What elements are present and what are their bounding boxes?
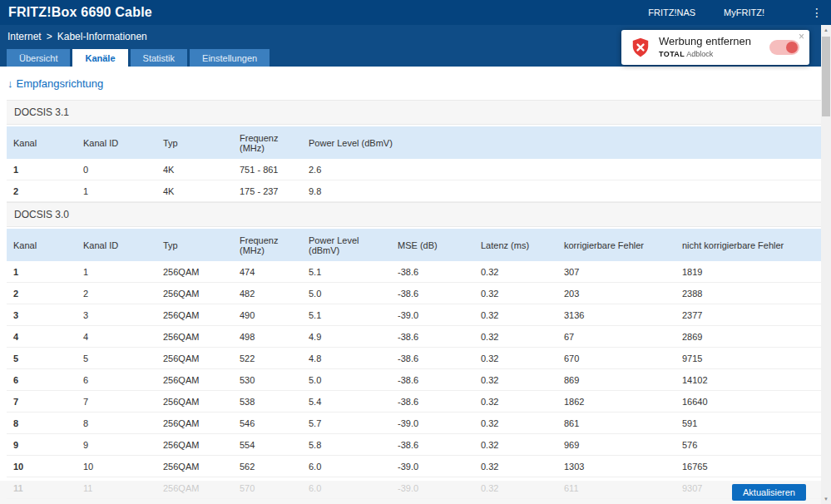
main-content: ↓Empfangsrichtung DOCSIS 3.1 KanalKanal … [0,77,831,504]
table-cell: 861 [557,413,675,434]
column-header: Frequenz (MHz) [233,126,302,159]
table-cell: 256QAM [156,326,233,348]
docsis31-table: KanalKanal IDTypFrequenz (MHz)Power Leve… [7,126,824,202]
table-cell: 474 [233,261,302,283]
table-cell: 482 [233,283,302,304]
table-row: 104K751 - 8612.6 [7,159,824,180]
table-cell: 9715 [675,348,824,369]
table-row: 11256QAM4745.1-38.60.323071819 [7,261,824,283]
adblock-toggle-knob [786,42,798,53]
scroll-up-icon[interactable]: ▲ [821,25,831,35]
scrollbar-thumb[interactable] [822,37,830,116]
table-cell: 0 [77,159,156,180]
table-cell: 9 [7,434,77,456]
table-cell: 5.4 [302,391,391,413]
column-header: Kanal [7,126,77,159]
fritznas-link[interactable]: FRITZ!NAS [648,7,695,17]
table-cell: 1819 [675,261,824,283]
table-cell: 0.32 [474,456,557,477]
table-cell: 3136 [557,304,675,326]
tab-statistik[interactable]: Statistik [131,49,188,67]
empfangsrichtung-link[interactable]: ↓Empfangsrichtung [7,77,824,90]
footer-bar: Aktualisieren [0,481,821,504]
column-header: Power Level (dBmV) [302,126,824,159]
table-cell: 6 [7,369,77,391]
column-header: MSE (dB) [391,229,474,261]
table-cell: 869 [557,369,675,391]
table-cell: 4K [156,180,233,202]
table-cell: 5.1 [302,304,391,326]
table-cell: 256QAM [156,413,233,434]
column-header: Frequenz (MHz) [233,229,302,261]
breadcrumb-internet[interactable]: Internet [7,31,42,42]
breadcrumb-separator: > [47,31,52,42]
table-cell: 538 [233,391,302,413]
table-cell: 175 - 237 [233,180,302,202]
table-cell: 4.9 [302,326,391,348]
table-cell: 498 [233,326,302,348]
adblock-brand-secondary: Adblock [686,50,713,58]
tab-kanaele[interactable]: Kanäle [72,49,127,67]
table-cell: 9 [77,434,156,456]
table-cell: 2 [7,180,77,202]
table-cell: 6 [77,369,156,391]
table-cell: 2869 [675,326,824,348]
table-cell: 2 [7,283,77,304]
table-cell: 4K [156,159,233,180]
table-cell: 5.7 [302,413,391,434]
table-row: 33256QAM4905.1-39.00.3231362377 [7,304,824,326]
myfritz-link[interactable]: MyFRITZ! [724,7,764,17]
adblock-brand-primary: TOTAL [659,50,685,58]
tab-einstellungen[interactable]: Einstellungen [190,49,270,67]
vertical-scrollbar[interactable]: ▲ ▼ [821,25,831,504]
table-cell: 256QAM [156,434,233,456]
table-cell: 1303 [557,456,675,477]
table-cell: 0.32 [474,283,557,304]
table-cell: 5 [77,348,156,369]
adblock-shield-icon [630,37,651,58]
kebab-menu-icon[interactable]: ⋮ [811,7,823,18]
table-cell: 7 [7,391,77,413]
table-row: 22256QAM4825.0-38.60.322032388 [7,283,824,304]
table-cell: 256QAM [156,348,233,369]
table-row: 88256QAM5465.7-39.00.32861591 [7,413,824,434]
table-cell: 0.32 [474,434,557,456]
table-cell: 591 [675,413,824,434]
table-cell: 6.0 [302,456,391,477]
table-cell: 256QAM [156,261,233,283]
table-cell: 0.32 [474,348,557,369]
table-cell: 1862 [557,391,675,413]
table-cell: 546 [233,413,302,434]
table-cell: -38.6 [391,261,474,283]
table-cell: -38.6 [391,369,474,391]
table-cell: 256QAM [156,304,233,326]
table-header-row: KanalKanal IDTypFrequenz (MHz)Power Leve… [7,229,824,261]
docsis30-table: KanalKanal IDTypFrequenz (MHz)Power Leve… [7,229,824,504]
table-cell: 0.32 [474,391,557,413]
popup-close-icon[interactable]: × [799,31,804,42]
docsis31-section-header: DOCSIS 3.1 [7,100,824,125]
table-cell: 2377 [675,304,824,326]
table-cell: 670 [557,348,675,369]
table-row: 214K175 - 2379.8 [7,180,824,202]
table-cell: 10 [7,456,77,477]
table-cell: 562 [233,456,302,477]
table-row: 66256QAM5305.0-38.60.3286914102 [7,369,824,391]
table-cell: 256QAM [156,456,233,477]
table-cell: -39.0 [391,413,474,434]
table-cell: 5.0 [302,283,391,304]
table-cell: 5.1 [302,261,391,283]
column-header: Typ [156,126,233,159]
table-cell: 1 [77,261,156,283]
table-cell: 1 [7,159,77,180]
tab-uebersicht[interactable]: Übersicht [7,49,70,67]
refresh-button[interactable]: Aktualisieren [732,484,806,501]
table-cell: 1 [7,261,77,283]
table-cell: 5.8 [302,434,391,456]
adblock-toggle[interactable] [769,40,799,55]
scroll-down-icon[interactable]: ▼ [821,494,831,504]
column-header: Latenz (ms) [474,229,557,261]
table-row: 99256QAM5545.8-38.60.32969576 [7,434,824,456]
table-cell: 8 [7,413,77,434]
table-cell: 0.32 [474,326,557,348]
